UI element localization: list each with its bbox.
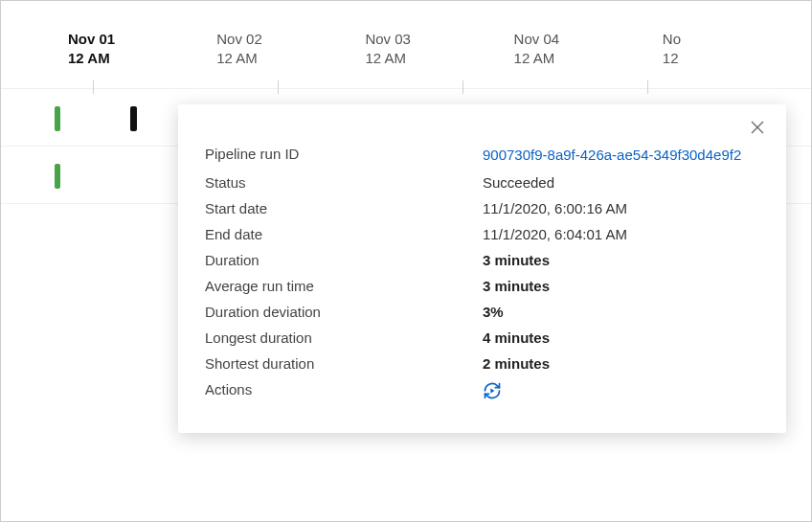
row-deviation: Duration deviation 3% (205, 299, 759, 325)
label: Pipeline run ID (205, 146, 483, 162)
value: 2 minutes (483, 355, 759, 372)
rerun-button[interactable] (483, 381, 502, 403)
row-shortest: Shortest duration 2 minutes (205, 351, 759, 376)
row-start-date: Start date 11/1/2020, 6:00:16 AM (205, 195, 759, 221)
row-end-date: End date 11/1/2020, 6:04:01 AM (205, 221, 759, 247)
pipeline-run-bar[interactable] (55, 164, 60, 189)
pipeline-run-tooltip: Pipeline run ID 900730f9-8a9f-426a-ae54-… (178, 104, 786, 433)
value: Succeeded (483, 174, 759, 191)
close-icon (750, 122, 765, 138)
timeline-date-nov04: Nov 04 12 AM (514, 30, 663, 88)
timeline-header: Nov 01 12 AM Nov 02 12 AM Nov 03 12 AM N… (1, 1, 811, 89)
time-label: 12 (663, 49, 811, 68)
row-status: Status Succeeded (205, 170, 759, 195)
time-label: 12 AM (514, 49, 663, 68)
timeline-date-nov01: Nov 01 12 AM (68, 30, 216, 88)
close-button[interactable] (750, 120, 769, 139)
label: Status (205, 174, 483, 191)
label: Start date (205, 200, 483, 216)
label: Longest duration (205, 329, 483, 346)
label: End date (205, 226, 483, 242)
time-label: 12 AM (68, 49, 216, 68)
time-label: 12 AM (216, 49, 365, 68)
label: Duration deviation (205, 304, 483, 320)
date-label: Nov 02 (216, 31, 262, 47)
value: 3% (483, 304, 759, 320)
timeline-date-nov02: Nov 02 12 AM (216, 30, 365, 88)
date-label: No (663, 31, 681, 47)
date-label: Nov 04 (514, 31, 560, 47)
date-label: Nov 03 (365, 31, 411, 47)
label: Actions (205, 381, 483, 397)
row-longest: Longest duration 4 minutes (205, 325, 759, 351)
value: 11/1/2020, 6:00:16 AM (483, 200, 759, 216)
row-actions: Actions (205, 376, 759, 408)
svg-marker-2 (490, 389, 494, 394)
label: Average run time (205, 278, 483, 294)
label: Shortest duration (205, 355, 483, 372)
row-pipeline-run-id: Pipeline run ID 900730f9-8a9f-426a-ae54-… (205, 141, 759, 170)
pipeline-run-id-link[interactable]: 900730f9-8a9f-426a-ae54-349f30d4e9f2 (483, 146, 759, 165)
value: 3 minutes (483, 252, 759, 268)
value: 3 minutes (483, 278, 759, 294)
row-duration: Duration 3 minutes (205, 247, 759, 273)
time-label: 12 AM (365, 49, 513, 68)
value: 11/1/2020, 6:04:01 AM (483, 226, 759, 242)
timeline-date-nov05: No 12 (663, 30, 811, 88)
refresh-icon (483, 381, 502, 403)
label: Duration (205, 252, 483, 268)
pipeline-run-bar-selected[interactable] (130, 106, 137, 131)
value: 4 minutes (483, 329, 759, 346)
row-avg-runtime: Average run time 3 minutes (205, 273, 759, 299)
date-label: Nov 01 (68, 31, 115, 47)
pipeline-run-bar[interactable] (55, 106, 60, 131)
timeline-date-nov03: Nov 03 12 AM (365, 30, 513, 88)
